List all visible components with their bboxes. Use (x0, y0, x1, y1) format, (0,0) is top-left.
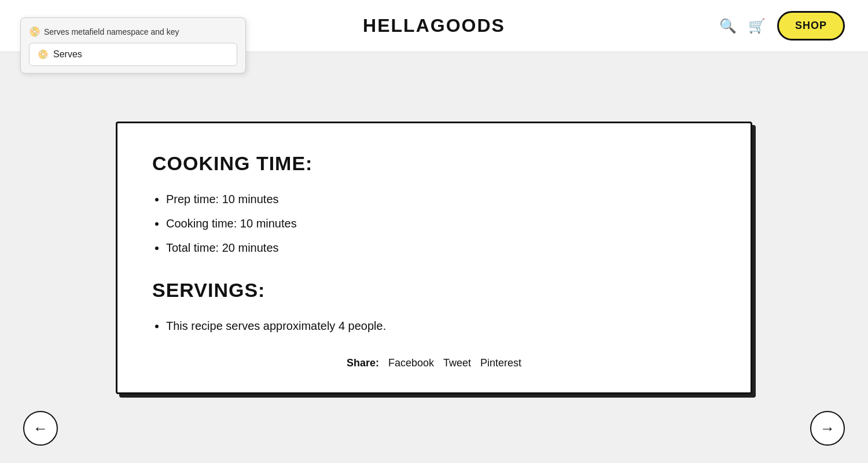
shop-button[interactable]: SHOP (777, 11, 845, 41)
cooking-time-title: COOKING TIME: (152, 152, 716, 175)
share-facebook[interactable]: Facebook (388, 357, 434, 369)
share-label: Share: (347, 357, 379, 369)
tooltip-input-box[interactable]: 📀 Serves (29, 43, 237, 66)
tooltip-title-row: 📀 Serves metafield namespace and key (29, 26, 237, 37)
cooking-time-list: Prep time: 10 minutes Cooking time: 10 m… (152, 191, 716, 256)
right-arrow-icon: → (820, 420, 835, 438)
next-arrow[interactable]: → (810, 411, 845, 446)
recipe-card: COOKING TIME: Prep time: 10 minutes Cook… (116, 122, 752, 394)
list-item: Prep time: 10 minutes (166, 191, 716, 207)
site-logo: HELLAGOODS (363, 15, 505, 36)
tooltip-input-value: Serves (53, 49, 82, 60)
tooltip-title-text: Serves metafield namespace and key (44, 27, 179, 36)
cart-icon[interactable]: 🛒 (748, 18, 766, 34)
left-arrow-icon: ← (33, 420, 48, 438)
list-item: This recipe serves approximately 4 peopl… (166, 318, 716, 334)
servings-list: This recipe serves approximately 4 peopl… (152, 318, 716, 334)
list-item: Cooking time: 10 minutes (166, 215, 716, 232)
header-actions: 🔍 🛒 SHOP (719, 11, 845, 41)
tooltip-input-db-icon: 📀 (38, 49, 49, 60)
main-content: COOKING TIME: Prep time: 10 minutes Cook… (0, 52, 868, 463)
list-item: Total time: 20 minutes (166, 240, 716, 256)
share-tweet[interactable]: Tweet (443, 357, 471, 369)
share-bar: Share: Facebook Tweet Pinterest (152, 357, 716, 369)
prev-arrow[interactable]: ← (23, 411, 58, 446)
db-icon: 📀 (29, 26, 41, 37)
share-pinterest[interactable]: Pinterest (480, 357, 521, 369)
metafield-tooltip: 📀 Serves metafield namespace and key 📀 S… (20, 17, 246, 74)
search-icon[interactable]: 🔍 (719, 18, 737, 34)
servings-title: SERVINGS: (152, 279, 716, 302)
